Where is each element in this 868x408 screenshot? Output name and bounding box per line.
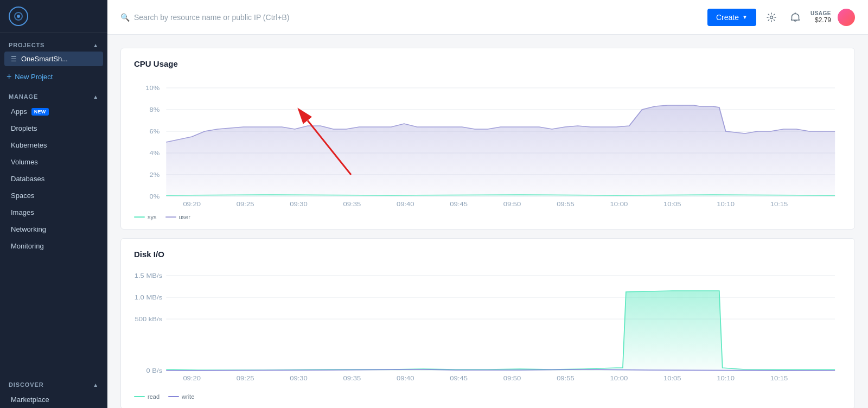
svg-text:09:45: 09:45: [450, 375, 468, 382]
write-legend-label: write: [182, 393, 194, 400]
new-project-label: New Project: [15, 73, 53, 81]
search-bar[interactable]: 🔍 Search by resource name or public IP (…: [120, 13, 701, 22]
topbar: 🔍 Search by resource name or public IP (…: [107, 0, 868, 35]
sidebar-item-apps[interactable]: Apps NEW: [2, 104, 105, 119]
svg-text:09:35: 09:35: [343, 201, 361, 207]
manage-chevron-icon: ▲: [93, 94, 99, 100]
svg-text:10:00: 10:00: [610, 375, 628, 382]
discover-section-header: DISCOVER ▲: [0, 373, 107, 391]
svg-point-0: [17, 15, 20, 18]
apps-new-badge: NEW: [31, 108, 49, 116]
create-button[interactable]: Create ▼: [707, 9, 756, 26]
cpu-chart-title: CPU Usage: [134, 59, 841, 68]
apps-label: Apps: [11, 107, 27, 116]
svg-text:09:50: 09:50: [503, 375, 521, 382]
svg-text:09:55: 09:55: [557, 375, 575, 382]
create-label: Create: [716, 13, 739, 22]
main-content: 🔍 Search by resource name or public IP (…: [107, 0, 868, 408]
svg-text:2%: 2%: [150, 171, 160, 178]
svg-text:09:30: 09:30: [290, 201, 308, 207]
legend-read: read: [134, 393, 159, 400]
disk-chart-area: 1.5 MB/s 1.0 MB/s 500 kB/s 0 B/s 09:20 0…: [134, 267, 841, 389]
project-icon: ☰: [11, 55, 17, 63]
app-logo: [9, 7, 28, 26]
new-project-button[interactable]: + New Project: [0, 68, 107, 85]
svg-text:10:10: 10:10: [717, 201, 735, 207]
read-legend-label: read: [148, 393, 159, 400]
sidebar-item-marketplace[interactable]: Marketplace: [2, 392, 105, 407]
manage-section-header: MANAGE ▲: [0, 85, 107, 103]
cpu-chart-legend: sys user: [134, 214, 841, 220]
svg-text:09:40: 09:40: [397, 375, 414, 382]
legend-write: write: [168, 393, 194, 400]
usage-value: $2.79: [815, 16, 831, 24]
sidebar-item-images[interactable]: Images: [2, 205, 105, 220]
svg-point-1: [770, 16, 773, 18]
networking-label: Networking: [11, 225, 46, 233]
svg-text:09:55: 09:55: [557, 201, 575, 207]
current-project[interactable]: ☰ OneSmartSh...: [4, 52, 103, 66]
user-avatar[interactable]: [838, 9, 855, 26]
sys-legend-label: sys: [148, 214, 157, 220]
create-chevron-icon: ▼: [742, 14, 748, 20]
sidebar-item-databases[interactable]: Databases: [2, 171, 105, 187]
svg-text:10:15: 10:15: [770, 201, 788, 207]
svg-text:8%: 8%: [150, 106, 160, 113]
marketplace-label: Marketplace: [11, 396, 49, 404]
sidebar-item-spaces[interactable]: Spaces: [2, 188, 105, 203]
usage-display: USAGE $2.79: [810, 10, 831, 24]
sidebar-logo: [0, 0, 107, 33]
search-placeholder: Search by resource name or public IP (Ct…: [134, 13, 289, 22]
usage-label: USAGE: [810, 10, 831, 16]
volumes-label: Volumes: [11, 158, 38, 166]
databases-label: Databases: [11, 175, 44, 183]
cpu-chart-card: CPU Usage 10% 8% 6% 4% 2% 0%: [120, 48, 855, 229]
settings-icon[interactable]: [763, 9, 780, 26]
search-icon: 🔍: [120, 13, 130, 22]
topbar-actions: Create ▼ USAGE $2.79: [707, 9, 855, 26]
svg-text:1.0 MB/s: 1.0 MB/s: [135, 294, 162, 301]
notifications-icon[interactable]: [787, 9, 804, 26]
svg-text:10:10: 10:10: [717, 375, 735, 382]
user-legend-label: user: [179, 214, 190, 220]
discover-chevron-icon: ▲: [93, 382, 99, 388]
disk-chart-legend: read write: [134, 393, 841, 400]
droplets-label: Droplets: [11, 124, 37, 132]
plus-icon: +: [7, 72, 11, 81]
legend-user: user: [165, 214, 190, 220]
svg-text:10%: 10%: [145, 85, 159, 92]
svg-text:09:25: 09:25: [237, 201, 254, 207]
content-area: CPU Usage 10% 8% 6% 4% 2% 0%: [107, 35, 868, 408]
read-legend-line: [134, 396, 145, 397]
svg-text:09:35: 09:35: [343, 375, 361, 382]
sidebar-item-droplets[interactable]: Droplets: [2, 120, 105, 136]
images-label: Images: [11, 208, 34, 216]
disk-chart-svg: 1.5 MB/s 1.0 MB/s 500 kB/s 0 B/s 09:20 0…: [134, 267, 841, 387]
svg-text:1.5 MB/s: 1.5 MB/s: [135, 272, 162, 279]
legend-sys: sys: [134, 214, 157, 220]
sidebar: PROJECTS ▲ ☰ OneSmartSh... + New Project…: [0, 0, 107, 408]
svg-text:10:00: 10:00: [610, 201, 628, 207]
monitoring-label: Monitoring: [11, 242, 44, 250]
user-legend-line: [165, 216, 176, 218]
project-name: OneSmartSh...: [21, 55, 68, 63]
sidebar-item-kubernetes[interactable]: Kubernetes: [2, 137, 105, 153]
svg-text:09:20: 09:20: [183, 375, 201, 382]
sidebar-item-networking[interactable]: Networking: [2, 221, 105, 237]
kubernetes-label: Kubernetes: [11, 141, 47, 149]
svg-text:10:05: 10:05: [663, 375, 681, 382]
svg-text:0%: 0%: [150, 193, 160, 200]
projects-section-header: PROJECTS ▲: [0, 33, 107, 52]
svg-text:09:30: 09:30: [290, 375, 308, 382]
svg-text:6%: 6%: [150, 128, 160, 135]
svg-text:09:45: 09:45: [450, 201, 468, 207]
cpu-chart-area: 10% 8% 6% 4% 2% 0% 09:20 09:25 09:30 09:…: [134, 77, 841, 209]
svg-text:500 kB/s: 500 kB/s: [135, 316, 162, 323]
svg-text:10:15: 10:15: [770, 375, 788, 382]
disk-chart-title: Disk I/O: [134, 250, 841, 259]
sidebar-item-volumes[interactable]: Volumes: [2, 154, 105, 170]
write-legend-line: [168, 396, 179, 397]
svg-text:09:20: 09:20: [183, 201, 201, 207]
sidebar-item-monitoring[interactable]: Monitoring: [2, 238, 105, 254]
svg-text:10:05: 10:05: [663, 201, 681, 207]
